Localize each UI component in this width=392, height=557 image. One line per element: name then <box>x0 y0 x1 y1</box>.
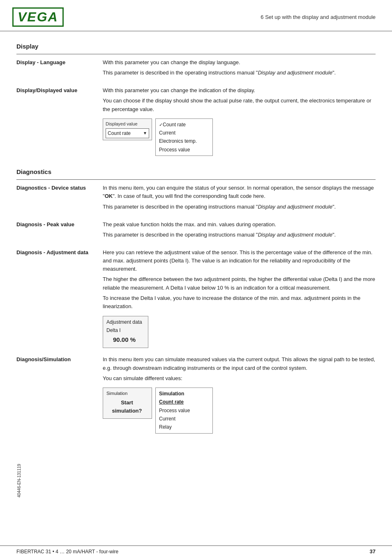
dropdown-option-current[interactable]: Current <box>159 129 209 137</box>
dropdown-selected-text: Count rate <box>108 130 131 137</box>
sim-dropdown-title: Simulation <box>159 390 209 398</box>
peak-value-italic: Display and adjustment module <box>258 232 332 238</box>
param-row-simulation: Diagnosis/Simulation In this menu item y… <box>16 355 376 438</box>
display-language-p2: This parameter is described in the opera… <box>103 69 376 77</box>
displayed-value-box-label: Displayed value <box>106 121 149 128</box>
peak-value-p1: The peak value function holds the max. a… <box>103 220 376 229</box>
sim-option-relay[interactable]: Relay <box>159 423 209 431</box>
section-heading-diagnostics: Diagnostics <box>16 168 376 175</box>
footer-left-text: FIBERTRAC 31 • 4 … 20 mA/HART - four-wir… <box>16 549 118 555</box>
dropdown-option-process-value[interactable]: Process value <box>159 146 209 154</box>
param-row-display-language: Display - Language With this parameter y… <box>16 58 376 79</box>
param-content-adjustment-data: Here you can retrieve the adjustment val… <box>103 248 376 348</box>
page-header: VEGA 6 Set up with the display and adjus… <box>0 0 392 31</box>
page-number: 37 <box>370 548 376 555</box>
simulation-p1: In this menu item you can simulate measu… <box>103 355 376 372</box>
main-content: Display Display - Language With this par… <box>0 31 392 471</box>
section-divider-diagnostics <box>16 179 376 180</box>
section-heading-display: Display <box>16 43 376 50</box>
adjustment-data-p3: To increase the Delta I value, you have … <box>103 294 376 311</box>
page-footer: FIBERTRAC 31 • 4 … 20 mA/HART - four-wir… <box>0 545 392 557</box>
adj-box-title: Adjustment data <box>106 318 142 326</box>
header-title: 6 Set up with the display and adjustment… <box>261 14 376 20</box>
displayed-value-selector-box: Displayed value Count rate ▼ <box>103 118 152 141</box>
device-status-p2: This parameter is described in the opera… <box>103 203 376 211</box>
adj-box-subtitle: Delta I <box>106 327 142 334</box>
displayed-value-p2: You can choose if the display should sho… <box>103 97 376 113</box>
displayed-value-widgets: Displayed value Count rate ▼ ✓Count rate… <box>103 116 376 159</box>
display-language-p1: With this parameter you can change the d… <box>103 58 376 67</box>
param-label-peak-value: Diagnosis - Peak value <box>16 220 103 229</box>
checkmark-icon: ✓ <box>159 122 163 127</box>
section-divider <box>16 54 376 54</box>
simulation-selector-box: Simulation Startsimulation? <box>103 388 152 419</box>
adj-box-value: 90.00 % <box>113 335 142 344</box>
displayed-value-dropdown-list: ✓Count rate Current Electronics temp. Pr… <box>155 118 213 156</box>
param-label-device-status: Diagnostics - Device status <box>16 184 103 192</box>
dropdown-option-count-rate[interactable]: ✓Count rate <box>159 121 209 129</box>
simulation-dropdown-list: Simulation Count rate Process value Curr… <box>155 388 213 434</box>
adjustment-data-p2: The higher the difference between the tw… <box>103 275 376 292</box>
side-label: 40446-EN-131119 <box>17 464 21 498</box>
param-label-simulation: Diagnosis/Simulation <box>16 355 103 364</box>
param-row-adjustment-data: Diagnosis - Adjustment data Here you can… <box>16 248 376 348</box>
param-content-display-language: With this parameter you can change the d… <box>103 58 376 79</box>
param-content-simulation: In this menu item you can simulate measu… <box>103 355 376 438</box>
param-label-displayed-value: Display/Displayed value <box>16 86 103 95</box>
dropdown-option-electronics-temp[interactable]: Electronics temp. <box>159 137 209 145</box>
device-status-italic: Display and adjustment module <box>258 204 332 210</box>
sim-option-current[interactable]: Current <box>159 415 209 423</box>
displayed-value-dropdown[interactable]: Count rate ▼ <box>106 128 149 139</box>
param-content-device-status: In this menu item, you can enquire the s… <box>103 184 376 213</box>
sim-box-title: Simulation <box>106 390 148 397</box>
simulation-p2: You can simulate different values: <box>103 374 376 383</box>
displayed-value-p1: With this parameter you can change the i… <box>103 86 376 95</box>
param-row-peak-value: Diagnosis - Peak value The peak value fu… <box>16 220 376 241</box>
adjustment-data-p1: Here you can retrieve the adjustment val… <box>103 248 376 273</box>
param-content-displayed-value: With this parameter you can change the i… <box>103 86 376 161</box>
ok-text: OK <box>105 193 113 199</box>
param-label-adjustment-data: Diagnosis - Adjustment data <box>16 248 103 257</box>
display-language-italic: Display and adjustment module <box>258 70 332 76</box>
device-status-p1: In this menu item, you can enquire the s… <box>103 184 376 200</box>
sim-option-process-value[interactable]: Process value <box>159 406 209 415</box>
param-label-display-language: Display - Language <box>16 58 103 67</box>
vega-logo: VEGA <box>12 7 64 27</box>
param-row-device-status: Diagnostics - Device status In this menu… <box>16 184 376 213</box>
param-row-displayed-value: Display/Displayed value With this parame… <box>16 86 376 161</box>
sim-start-button[interactable]: Startsimulation? <box>106 399 148 415</box>
simulation-widgets: Simulation Startsimulation? Simulation C… <box>103 385 376 436</box>
peak-value-p2: This parameter is described in the opera… <box>103 231 376 239</box>
adjustment-data-box: Adjustment data Delta I 90.00 % <box>103 316 148 348</box>
dropdown-arrow-icon: ▼ <box>143 130 147 137</box>
param-content-peak-value: The peak value function holds the max. a… <box>103 220 376 241</box>
sim-option-count-rate[interactable]: Count rate <box>159 398 209 406</box>
